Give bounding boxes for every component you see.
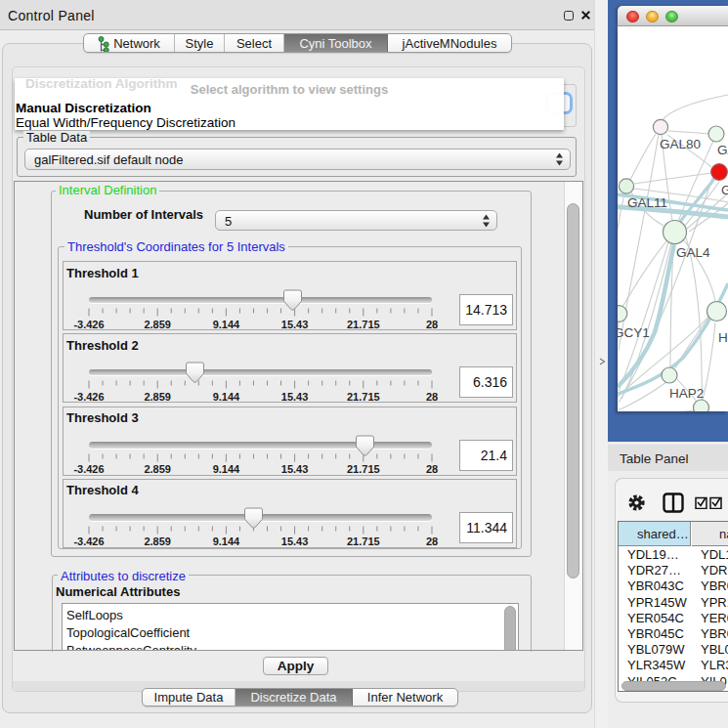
svg-text:GAL80: GAL80 xyxy=(660,137,701,151)
svg-text:GAL4: GAL4 xyxy=(676,245,710,260)
svg-text:GCY1: GCY1 xyxy=(618,325,650,340)
svg-text:GAL11: GAL11 xyxy=(627,195,667,210)
svg-text:H: H xyxy=(718,330,728,345)
svg-text:GA: GA xyxy=(717,143,728,157)
svg-text:HAP2: HAP2 xyxy=(669,386,704,401)
svg-text:G: G xyxy=(721,183,728,197)
